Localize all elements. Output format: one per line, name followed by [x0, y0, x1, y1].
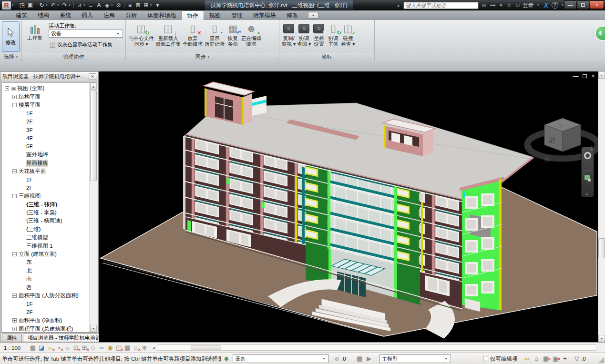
ribbon-tab[interactable]: 插入	[76, 10, 98, 20]
tree-item-label[interactable]: 面积平面 (总建筑面积)	[19, 325, 73, 333]
rendering-icon[interactable]: ☼	[63, 344, 72, 351]
chevron-down-icon[interactable]: ▾	[57, 3, 61, 7]
chevron-down-icon[interactable]: ▾	[69, 3, 72, 7]
exchange-apps-icon[interactable]: X	[544, 1, 548, 9]
sync-with-central-button[interactable]: ◫↻与中心文件同步 ▾	[129, 20, 154, 47]
tree-item[interactable]: 西	[3, 283, 89, 291]
tree-item[interactable]: 1F	[3, 109, 89, 117]
infocenter-toggle-icon[interactable]: ▸	[398, 3, 400, 8]
tree-item-label[interactable]: 2F	[26, 119, 32, 124]
close-hidden-windows-icon[interactable]: ⊠	[134, 2, 142, 9]
tree-item-label[interactable]: 5F	[26, 143, 32, 149]
scroll-up-icon[interactable]: ▴	[598, 71, 605, 79]
text-icon[interactable]: A	[95, 2, 103, 9]
redo-icon[interactable]: ↷	[61, 2, 69, 9]
analytical-model-icon[interactable]: ⌂×	[132, 344, 140, 351]
ribbon-tab[interactable]: 建筑	[10, 10, 32, 20]
scroll-up-icon[interactable]: ▴	[90, 83, 97, 90]
ribbon-tab[interactable]: 体量和场地	[142, 10, 181, 20]
tree-item[interactable]: 三维视图 1	[3, 242, 89, 250]
view-close-button[interactable]: ×	[591, 72, 595, 80]
close-icon[interactable]: ×	[89, 73, 96, 80]
help-icon[interactable]: ?	[552, 2, 558, 9]
chevron-down-icon[interactable]: ▾	[320, 13, 323, 17]
design-option-combobox[interactable]: 主模型 ▾	[379, 354, 451, 363]
ribbon-tab[interactable]: 附加模块	[248, 10, 281, 20]
reload-latest-button[interactable]: ◫↓重新载入最新工作集	[156, 20, 181, 47]
close-button[interactable]: ×	[590, 0, 604, 9]
editable-only-checkbox[interactable]: 仅可编辑项	[483, 353, 518, 364]
view-scale[interactable]: 1 : 100	[4, 345, 29, 351]
temporary-hide-isolate-icon[interactable]: ∞	[97, 344, 106, 351]
tree-item-label[interactable]: {三维 - 杨雨迪}	[26, 217, 62, 224]
lock-3d-view-icon[interactable]: ◇	[89, 344, 97, 351]
customize-qat-icon[interactable]: ▾	[154, 2, 162, 9]
active-workset-status-combobox[interactable]: 设备 ▾	[233, 354, 329, 363]
ribbon-tab[interactable]: 系统	[54, 10, 76, 20]
scrollbar-thumb[interactable]	[598, 238, 605, 258]
tree-item[interactable]: {三维}	[3, 225, 89, 233]
tree-item[interactable]: 三维模型	[3, 233, 89, 242]
restore-button[interactable]	[577, 0, 589, 9]
editing-requests-icon[interactable]: ☺	[334, 353, 340, 364]
scroll-left-icon[interactable]: ◂	[153, 345, 155, 350]
tree-item[interactable]: −立面 (建筑立面)	[3, 250, 89, 258]
filter-icon[interactable]: ▽	[574, 353, 579, 364]
ribbon-tab[interactable]: 协作	[181, 10, 204, 20]
view-minimize-button[interactable]: —	[573, 73, 578, 80]
tree-item[interactable]: 5F	[3, 142, 89, 151]
tree-item[interactable]: +面积平面 (总建筑面积)	[3, 324, 89, 333]
open-icon[interactable]: ◳	[18, 2, 26, 9]
drawing-vertical-scrollbar[interactable]: ▴ ▾	[598, 71, 605, 342]
section-icon[interactable]: ⊘	[114, 2, 123, 9]
tree-item[interactable]: 2F	[3, 308, 89, 316]
ribbon-tab[interactable]: 分析	[120, 10, 142, 20]
building-model[interactable]: 南 东 西 前 上	[99, 71, 598, 342]
tree-item-label[interactable]: 三维视图 1	[26, 243, 53, 250]
expand-icon[interactable]: +	[12, 95, 17, 99]
constraints-icon[interactable]: ⊕	[140, 344, 149, 351]
tree-item-label[interactable]: 结构平面	[19, 93, 41, 101]
tree-item[interactable]: −天花板平面	[3, 167, 89, 175]
ribbon-tab[interactable]: 修改	[281, 10, 303, 20]
tree-item-label[interactable]: 1F	[26, 177, 32, 182]
temporary-view-properties-icon[interactable]: ▤	[123, 344, 132, 351]
scroll-down-icon[interactable]: ▾	[598, 335, 605, 342]
scroll-down-icon[interactable]: ▾	[90, 325, 97, 332]
tree-item[interactable]: −▣视图 (全部)	[3, 84, 89, 92]
coordination-review-button[interactable]: ≈≡协调查阅 ▾	[297, 20, 311, 47]
tree-item-label[interactable]: 立面 (建筑立面)	[19, 251, 57, 258]
tree-item[interactable]: {三维 - 李枭}	[3, 209, 89, 217]
sign-in-button[interactable]: ☺ 登录	[515, 1, 534, 10]
collapse-icon[interactable]: −	[12, 194, 17, 198]
expand-icon[interactable]: +	[12, 327, 17, 331]
notification-badge[interactable]: 4	[595, 26, 605, 41]
tree-item[interactable]: {三维 - 张洋}	[3, 200, 89, 208]
worksets-status-icon[interactable]: ☻	[223, 353, 230, 364]
synchronize-panel-label[interactable]: 同步▾	[126, 53, 279, 61]
tree-item-label[interactable]: 4F	[26, 135, 32, 141]
navigation-bar[interactable]: × ▾	[581, 147, 594, 197]
default-3d-view-icon[interactable]: ◈	[103, 2, 111, 9]
sun-path-icon[interactable]: ☼×	[46, 344, 54, 351]
tree-item-label[interactable]: {三维}	[26, 226, 41, 233]
ribbon-tab[interactable]: 视图	[204, 10, 226, 20]
collapse-icon[interactable]: −	[12, 103, 17, 107]
tree-item-label[interactable]: 西	[26, 284, 32, 291]
chevron-down-icon[interactable]: ▾	[537, 3, 541, 7]
collapse-icon[interactable]: −	[12, 169, 17, 173]
tree-item[interactable]: 2F	[3, 118, 89, 126]
tree-item-label[interactable]: 视图 (全部)	[17, 85, 44, 92]
tree-item[interactable]: +面积平面 (净面积)	[3, 316, 89, 324]
add-to-set-icon[interactable]: ▶	[367, 353, 371, 364]
thin-lines-icon[interactable]: ≡	[126, 2, 134, 9]
chevron-down-icon[interactable]: ▾	[111, 3, 114, 7]
collapse-icon[interactable]: −	[12, 252, 17, 256]
drawing-area[interactable]: — ×	[99, 71, 598, 342]
ribbon-tab[interactable]: 管理	[226, 10, 248, 20]
tree-item[interactable]: 屋面楼板	[3, 159, 89, 167]
worksharing-display-icon[interactable]: ◫×	[114, 344, 123, 351]
browser-scrollbar[interactable]: ▴ ▾	[89, 83, 97, 332]
coordination-settings-button[interactable]: ≈✎坐标设置	[312, 20, 325, 47]
scrollbar-thumb[interactable]	[191, 345, 221, 350]
